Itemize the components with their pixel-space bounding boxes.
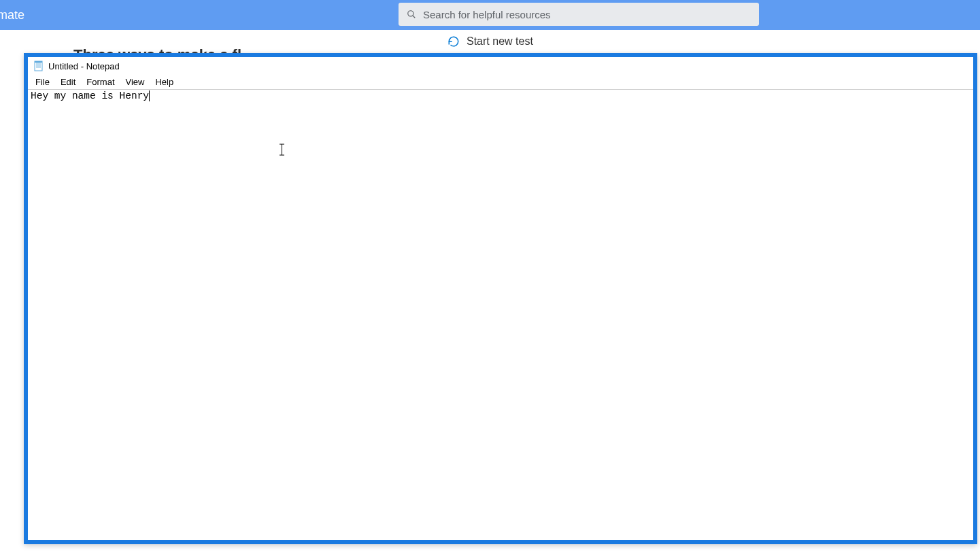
search-icon xyxy=(407,10,416,19)
notepad-editor[interactable]: Hey my name is Henry xyxy=(28,90,973,540)
svg-rect-7 xyxy=(35,61,42,63)
start-new-test-label: Start new test xyxy=(467,35,533,48)
notepad-menubar: File Edit Format View Help xyxy=(28,75,973,90)
start-new-test-link[interactable]: Start new test xyxy=(447,35,533,48)
ibeam-cursor-icon xyxy=(279,144,285,156)
svg-line-1 xyxy=(413,16,416,18)
menu-help[interactable]: Help xyxy=(150,76,178,88)
menu-format[interactable]: Format xyxy=(82,76,119,88)
background-header: mate Search for helpful resources xyxy=(0,0,980,30)
search-placeholder: Search for helpful resources xyxy=(423,9,551,20)
menu-view[interactable]: View xyxy=(121,76,150,88)
notepad-app-icon xyxy=(33,61,44,71)
text-caret xyxy=(149,90,150,101)
search-input[interactable]: Search for helpful resources xyxy=(399,3,759,26)
notepad-titlebar[interactable]: Untitled - Notepad xyxy=(28,57,973,75)
menu-file[interactable]: File xyxy=(31,76,54,88)
background-app-title: mate xyxy=(0,8,24,22)
menu-edit[interactable]: Edit xyxy=(56,76,80,88)
svg-point-0 xyxy=(408,11,413,16)
notepad-window: Untitled - Notepad File Edit Format View… xyxy=(24,53,977,544)
editor-text: Hey my name is Henry xyxy=(31,90,149,101)
notepad-title: Untitled - Notepad xyxy=(48,61,120,71)
refresh-icon xyxy=(447,35,460,48)
